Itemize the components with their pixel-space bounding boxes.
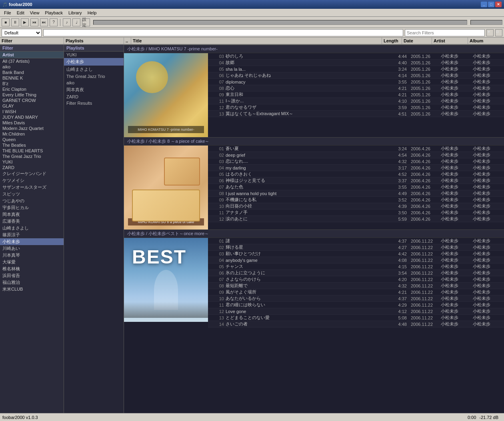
- table-row[interactable]: 12 Love gone 4:12 2006.11.22 小松未歩 小松未歩: [208, 308, 504, 315]
- table-row[interactable]: 04 my darling 3:17 2006.4.26 小松未歩 小松未歩: [208, 165, 504, 171]
- artist-item[interactable]: YUKI: [0, 159, 64, 165]
- artist-item[interactable]: JUDY AND MARY: [0, 114, 64, 120]
- table-row[interactable]: 13 翼はなくても～Extravagant MIX～ 4:51 2005.1.2…: [208, 111, 504, 117]
- artist-item[interactable]: I WiSH: [0, 109, 64, 114]
- table-row[interactable]: 06 氷の上に立つように 3:54 2006.11.22 小松未歩 小松未歩: [208, 270, 504, 276]
- col-title[interactable]: Title: [131, 38, 382, 44]
- pause-button[interactable]: ⏸: [11, 18, 19, 26]
- table-row[interactable]: 08 恋心 4:21 2005.1.26 小松未歩 小松未歩: [208, 85, 504, 92]
- minimize-button[interactable]: _: [481, 2, 487, 7]
- playlist-item[interactable]: ZARD: [64, 94, 124, 100]
- table-row[interactable]: 11 I～誰か... 4:10 2005.1.26 小松未歩 小松未歩: [208, 98, 504, 104]
- table-row[interactable]: 01 蒼い夏 3:24 2006.4.26 小松未歩 小松未歩: [208, 146, 504, 152]
- menu-playback[interactable]: Playback: [42, 10, 65, 16]
- address-bar[interactable]: [43, 29, 403, 36]
- artist-item[interactable]: 篠原涼子: [0, 231, 64, 238]
- artist-item[interactable]: つじあやの: [0, 198, 64, 204]
- table-row[interactable]: 10 あなたがいるから 4:37 2006.11.22 小松未歩 小松未歩: [208, 295, 504, 302]
- volume-slider[interactable]: [470, 20, 502, 25]
- artist-item[interactable]: 川本真琴: [0, 252, 64, 259]
- artist-item[interactable]: The Great Jazz Trio: [0, 154, 64, 159]
- table-row[interactable]: 06 じゃあね それじゃあね 4:14 2005.1.26 小松未歩 小松未歩: [208, 72, 504, 79]
- play-button[interactable]: ▶: [21, 18, 29, 26]
- artist-item[interactable]: GLAY: [0, 103, 64, 109]
- playlist-dropdown[interactable]: Default: [2, 29, 42, 37]
- artist-item[interactable]: 宇多田ヒカル: [0, 204, 64, 211]
- playlist-item[interactable]: 山崎まさよし: [64, 66, 124, 73]
- table-row[interactable]: 08 最短距離で 4:32 2006.11.22 小松未歩 小松未歩: [208, 283, 504, 289]
- menu-library[interactable]: Library: [66, 10, 84, 16]
- table-row[interactable]: 10 向日葵の小径 4:39 2006.4.26 小松未歩 小松未歩: [208, 203, 504, 210]
- table-row[interactable]: 08 I just wanna hold you tight 4:49 2006…: [208, 190, 504, 197]
- playlist-item[interactable]: Filter Results: [64, 100, 124, 106]
- artist-item[interactable]: Queen: [0, 137, 64, 142]
- table-row[interactable]: 11 君の瞳には映らない 4:29 2006.11.22 小松未歩 小松未歩: [208, 302, 504, 308]
- col-artist[interactable]: Artist: [432, 38, 468, 44]
- artist-item[interactable]: aiko: [0, 64, 64, 70]
- next-button[interactable]: ⏭: [40, 18, 48, 26]
- table-row[interactable]: 03 願い事ひとつだけ 4:42 2006.11.22 小松未歩 小松未歩: [208, 251, 504, 257]
- table-row[interactable]: 01 謎 4:37 2006.11.22 小松未歩 小松未歩: [208, 238, 504, 244]
- table-row[interactable]: 09 東京日和 4:21 2005.1.26 小松未歩 小松未歩: [208, 92, 504, 98]
- artist-item[interactable]: Bank Band: [0, 70, 64, 75]
- table-row[interactable]: 13 とどまることのない愛 5:08 2006.11.22 小松未歩 小松未歩: [208, 315, 504, 321]
- table-row[interactable]: 09 不機嫌になる私 3:52 2006.4.26 小松未歩 小松未歩: [208, 197, 504, 203]
- table-row[interactable]: 14 さいごの者 4:48 2006.11.22 小松未歩 小松未歩: [208, 321, 504, 327]
- progress-bar[interactable]: [93, 20, 467, 25]
- table-row[interactable]: 05 チャンス 4:15 2006.11.22 小松未歩 小松未歩: [208, 263, 504, 270]
- table-row[interactable]: 05 はるのきおく 4:52 2006.4.26 小松未歩 小松未歩: [208, 171, 504, 178]
- table-row[interactable]: 03 恋になれ.... 4:32 2006.4.26 小松未歩 小松未歩: [208, 158, 504, 165]
- table-row[interactable]: 02 deep grief 4:54 2006.4.26 小松未歩 小松未歩: [208, 152, 504, 158]
- artist-item[interactable]: All (37 Artists): [0, 58, 64, 64]
- playlist-item[interactable]: The Great Jazz Trio: [64, 73, 124, 80]
- playlist-item[interactable]: YUKI: [64, 52, 124, 58]
- table-row[interactable]: 09 風がそよぐ場所 4:21 2006.11.22 小松未歩 小松未歩: [208, 289, 504, 295]
- artist-item[interactable]: ZARD: [0, 165, 64, 170]
- artist-item[interactable]: GARNET CROW: [0, 98, 64, 103]
- menu-file[interactable]: File: [2, 10, 14, 16]
- table-row[interactable]: 07 diplomacy 3:55 2005.1.26 小松未歩 小松未歩: [208, 79, 504, 85]
- artist-item[interactable]: Every Little Thing: [0, 92, 64, 98]
- settings-button[interactable]: 設定: [82, 18, 90, 26]
- table-row[interactable]: 04 故郷 4:40 2005.1.26 小松未歩 小松未歩: [208, 60, 504, 66]
- search-button[interactable]: ▼: [486, 29, 494, 36]
- col-date[interactable]: Date: [402, 38, 432, 44]
- menu-edit[interactable]: Edit: [14, 10, 27, 16]
- table-row[interactable]: 12 涙のあとに 5:59 2006.4.26 小松未歩 小松未歩: [208, 216, 504, 222]
- playlist-item[interactable]: aiko: [64, 80, 124, 86]
- table-row[interactable]: 07 あなた色 3:55 2006.4.26 小松未歩 小松未歩: [208, 184, 504, 190]
- artist-item[interactable]: 大塚愛: [0, 259, 64, 265]
- col-album[interactable]: Album: [468, 38, 504, 44]
- artist-item[interactable]: Miles Davis: [0, 120, 64, 126]
- artist-item[interactable]: BENNIE K: [0, 75, 64, 81]
- artist-item[interactable]: THE BLUE HEARTS: [0, 148, 64, 154]
- playlist-item[interactable]: 小松未歩: [64, 58, 124, 66]
- table-row[interactable]: 12 君のなせるワザ 3:59 2005.1.26 小松未歩 小松未歩: [208, 104, 504, 111]
- track-list-scroll[interactable]: 小松未歩 / MIHO KOMATSU 7 -prime number- MIH…: [124, 45, 504, 413]
- playlist-item[interactable]: 岡本真夜: [64, 86, 124, 94]
- artist-item[interactable]: 米米CLUB: [0, 286, 64, 293]
- prev-button[interactable]: ⏮: [30, 18, 38, 26]
- artist-item[interactable]: Eric Clapton: [0, 86, 64, 92]
- artist-item[interactable]: サザンオールスターズ: [0, 184, 64, 191]
- artist-item[interactable]: Mr.Children: [0, 131, 64, 137]
- artist-item[interactable]: Modern Jazz Quartet: [0, 126, 64, 131]
- artist-item[interactable]: The Beatles: [0, 142, 64, 148]
- table-row[interactable]: 04 anybody's game 4:08 2006.11.22 小松未歩 小…: [208, 257, 504, 263]
- search-go-button[interactable]: ⚙: [495, 29, 502, 36]
- artist-item[interactable]: 山崎まさよし: [0, 225, 64, 231]
- artist-item[interactable]: 岡本真夜: [0, 211, 64, 218]
- col-length[interactable]: Length: [382, 38, 402, 44]
- artist-item[interactable]: 川崎あい: [0, 245, 64, 252]
- table-row[interactable]: 07 さよならのかけら 4:20 2006.11.22 小松未歩 小松未歩: [208, 276, 504, 283]
- menu-help[interactable]: Help: [85, 10, 99, 16]
- stop-button[interactable]: ■: [2, 18, 10, 26]
- help-button[interactable]: ?: [50, 18, 58, 26]
- table-row[interactable]: 06 神様はジッと見てる 3:37 2006.4.26 小松未歩 小松未歩: [208, 178, 504, 184]
- artist-item[interactable]: 福山雅治: [0, 279, 64, 286]
- artist-item[interactable]: 小松未歩: [0, 238, 64, 245]
- table-row[interactable]: 02 輝ける星 4:27 2006.11.22 小松未歩 小松未歩: [208, 244, 504, 251]
- artist-item[interactable]: 広瀬香美: [0, 218, 64, 225]
- menu-view[interactable]: View: [28, 10, 42, 16]
- close-button[interactable]: ✕: [495, 2, 502, 7]
